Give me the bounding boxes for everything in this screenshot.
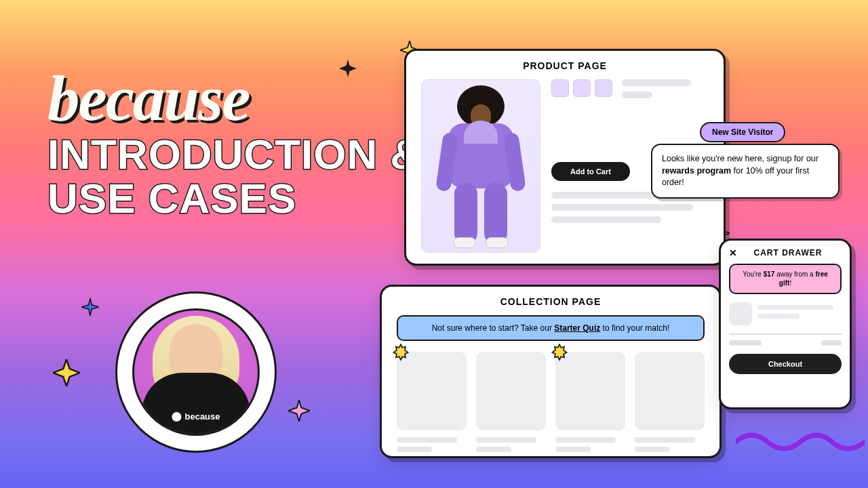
color-swatches[interactable] [551, 79, 612, 104]
quiz-text-bold: Starter Quiz [554, 323, 600, 333]
gift-text: away from a [774, 270, 815, 278]
add-to-cart-button[interactable]: Add to Cart [551, 162, 630, 181]
gift-amount: $17 [764, 270, 775, 278]
callout-text-pre: Looks like you're new here, signup for o… [662, 154, 818, 163]
quiz-text-post: to find your match! [600, 323, 669, 333]
panel-title: PRODUCT PAGE [421, 60, 709, 71]
gift-text: ! [789, 279, 791, 287]
cart-thumbnail [729, 302, 752, 325]
wave-decoration [736, 428, 865, 455]
avatar-brand-label: because [172, 411, 220, 422]
brand-logo-text: because [47, 61, 249, 136]
starter-quiz-banner[interactable]: Not sure where to start? Take our Starte… [397, 315, 705, 341]
gift-text: You're [743, 270, 763, 278]
panel-title: CART DRAWER [743, 248, 833, 258]
star-badge-icon [391, 344, 410, 363]
product-image [421, 79, 540, 253]
quiz-text-pre: Not sure where to start? Take our [432, 323, 555, 333]
presenter-avatar: because [115, 291, 277, 453]
new-visitor-chip: New Site Visitor [700, 122, 785, 142]
divider [729, 333, 842, 335]
sparkle-icon [81, 298, 99, 316]
new-visitor-callout: Looks like you're new here, signup for o… [651, 144, 840, 199]
panel-title: COLLECTION PAGE [397, 296, 705, 307]
cart-total-row [729, 340, 842, 346]
headline: INTRODUCTION & USE CASES [47, 132, 441, 220]
cart-drawer-panel: ✕ CART DRAWER You're $17 away from a fre… [719, 239, 852, 409]
collection-tile[interactable] [476, 352, 546, 452]
collection-page-panel: COLLECTION PAGE Not sure where to start?… [380, 285, 722, 458]
close-icon[interactable]: ✕ [729, 247, 737, 258]
collection-tile[interactable] [555, 352, 625, 452]
collection-tile[interactable] [397, 352, 467, 452]
sparkle-icon [288, 400, 310, 422]
collection-tile[interactable] [635, 352, 705, 452]
sparkle-icon [339, 60, 357, 77]
checkout-button[interactable]: Checkout [729, 354, 842, 374]
callout-text-bold: rewards program [662, 166, 731, 176]
free-gift-banner: You're $17 away from a free gift! [729, 264, 842, 294]
star-badge-icon [550, 344, 569, 363]
cart-line-item [729, 302, 842, 325]
sparkle-icon [53, 359, 80, 386]
